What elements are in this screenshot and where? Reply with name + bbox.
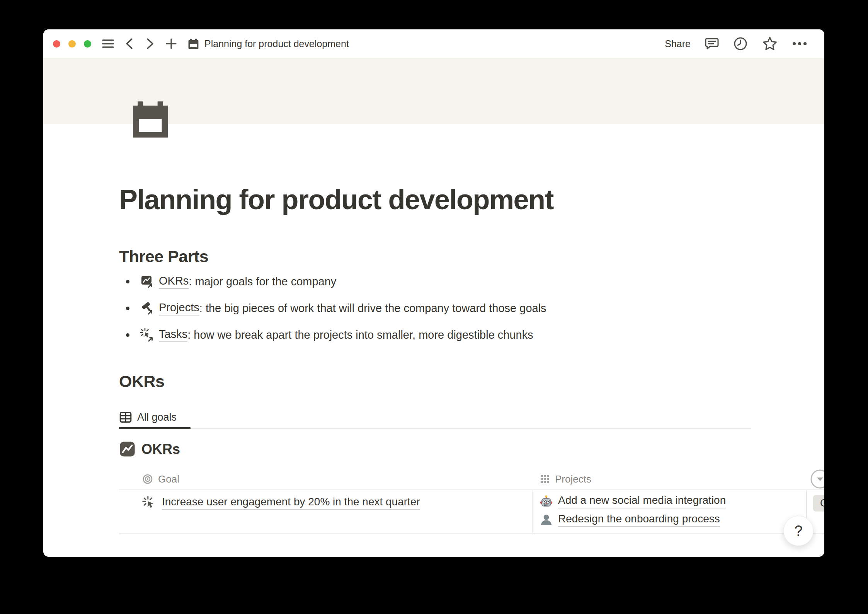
okrs-page-link: OKRs (159, 275, 189, 289)
notion-window: Planning for product development Share (43, 29, 824, 557)
page-mention-projects[interactable]: Projects (140, 301, 199, 316)
tasks-page-link: Tasks (159, 328, 187, 342)
bullet-marker (126, 307, 129, 310)
column-header-goal[interactable]: Goal (119, 469, 533, 489)
database-view-tabs: All goals (119, 406, 751, 429)
project-relation-1[interactable]: Add a new social media integration (540, 494, 806, 508)
list-item-text: : the big pieces of work that will drive… (199, 302, 546, 315)
page-mention-okrs[interactable]: OKRs (140, 274, 189, 289)
person-icon (540, 513, 553, 526)
projects-cell[interactable]: Add a new social media integration Redes… (533, 489, 807, 533)
page-title: Planning for product development (119, 184, 553, 215)
favorite-star-icon[interactable] (762, 36, 778, 51)
minimize-window-button[interactable] (68, 40, 76, 48)
tab-title: Planning for product development (204, 38, 349, 49)
mention-arrow (148, 338, 152, 341)
list-item-okrs: OKRs : major goals for the company (119, 273, 776, 290)
help-button[interactable]: ? (783, 516, 814, 546)
status-badge[interactable]: O (813, 495, 824, 512)
table-view-icon (119, 411, 132, 424)
section-heading-three-parts: Three Parts (119, 247, 208, 266)
comments-icon[interactable] (705, 37, 719, 51)
projects-page-link: Projects (159, 301, 199, 316)
relation-grid-icon (540, 474, 550, 484)
spark-click-icon (142, 496, 157, 510)
zoom-window-button[interactable] (84, 40, 91, 48)
column-header-projects-label: Projects (555, 473, 591, 485)
chart-mention-icon (140, 274, 155, 289)
desktop-background: Planning for product development Share (0, 0, 868, 614)
more-options-icon[interactable] (792, 41, 807, 46)
close-window-button[interactable] (53, 40, 60, 48)
window-toolbar: Planning for product development Share (43, 29, 824, 58)
mention-arrow (148, 310, 152, 314)
page-history-icon[interactable] (733, 36, 748, 51)
column-header-projects[interactable]: Projects (533, 469, 807, 489)
list-item-projects: Projects : the big pieces of work that w… (119, 300, 776, 317)
robot-icon (540, 495, 553, 508)
goal-cell[interactable]: Increase user engagement by 20% in the n… (119, 489, 533, 533)
sidebar-menu-icon[interactable] (102, 39, 114, 49)
linked-database-title[interactable]: OKRs (119, 441, 180, 457)
new-tab-button[interactable] (165, 38, 177, 49)
bullet-marker (126, 333, 129, 337)
bullet-marker (126, 280, 129, 283)
column-options-chevron-icon[interactable] (810, 469, 824, 491)
tab-planning-page[interactable]: Planning for product development (187, 38, 349, 50)
list-item-text: : how we break apart the projects into s… (187, 329, 533, 341)
section-heading-okrs: OKRs (119, 372, 164, 391)
project-link-social-media[interactable]: Add a new social media integration (558, 494, 726, 508)
tab-all-goals[interactable]: All goals (119, 406, 191, 428)
back-button[interactable] (124, 38, 134, 50)
list-item-tasks: Tasks : how we break apart the projects … (119, 326, 776, 343)
three-parts-list: OKRs : major goals for the company Proje… (119, 273, 776, 353)
page-mention-tasks[interactable]: Tasks (140, 327, 187, 342)
database-header-row: Goal Projects (119, 469, 824, 490)
hammer-mention-icon (140, 301, 155, 316)
traffic-lights (43, 40, 91, 48)
page-icon-calendar[interactable] (129, 98, 172, 141)
project-relation-2[interactable]: Redesign the onboarding process (540, 513, 806, 527)
database-row[interactable]: Increase user engagement by 20% in the n… (119, 489, 824, 534)
column-header-goal-label: Goal (158, 473, 179, 485)
list-item-text: : major goals for the company (189, 275, 336, 288)
share-button[interactable]: Share (665, 38, 691, 49)
target-icon (142, 474, 153, 484)
spark-mention-icon (140, 327, 155, 342)
forward-button[interactable] (145, 38, 155, 50)
goal-page-link[interactable]: Increase user engagement by 20% in the n… (162, 496, 420, 510)
linked-database-title-label: OKRs (141, 441, 180, 457)
chart-db-icon (119, 441, 136, 457)
calendar-icon (187, 38, 199, 50)
project-link-onboarding[interactable]: Redesign the onboarding process (558, 513, 720, 527)
tab-all-goals-label: All goals (137, 411, 177, 423)
